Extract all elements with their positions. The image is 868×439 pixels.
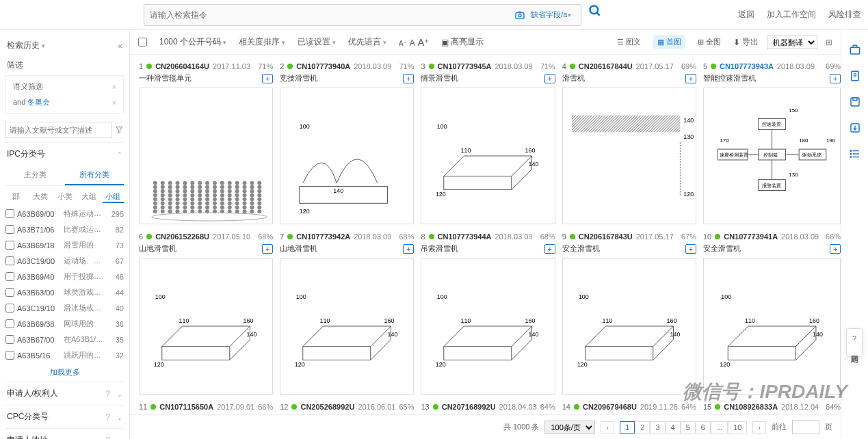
add-icon[interactable]: + — [544, 244, 555, 254]
chevron-up-icon[interactable]: ⌃ — [117, 151, 122, 158]
ipc-checkbox[interactable] — [5, 256, 14, 265]
camera-icon[interactable] — [514, 10, 525, 21]
add-icon[interactable]: + — [830, 244, 841, 254]
patent-thumbnail[interactable]: 100110140120160 — [421, 88, 555, 224]
highlight-toggle[interactable]: ▣ 高亮显示 — [441, 36, 484, 48]
patent-number[interactable]: CN206167843U — [579, 232, 633, 241]
search-icon[interactable] — [588, 4, 602, 18]
view-text[interactable]: ☰ 图文 — [613, 35, 645, 49]
save-icon[interactable] — [849, 96, 861, 108]
patent-number[interactable]: CN108926833A — [724, 403, 778, 411]
patent-thumbnail[interactable]: 100110140120160 — [139, 258, 273, 395]
ipc-item[interactable]: A63B69/00特殊运动用的...295 — [5, 206, 124, 222]
page-3[interactable]: 3 — [650, 421, 665, 434]
result-card[interactable]: 2CN107773940A2018.03.0971%竞技滑雪机+10014012… — [279, 60, 415, 225]
patent-number[interactable]: CN107773941A — [724, 232, 778, 241]
add-icon[interactable]: + — [403, 74, 414, 83]
ipc-item[interactable]: A63C19/10滑冰场或滚轮...40 — [5, 300, 124, 316]
result-card[interactable]: 4CN206167844U2017.05.1769%滑雪机+140130120 — [562, 60, 697, 225]
translate-select[interactable]: 机器翻译 — [767, 36, 817, 49]
result-card[interactable]: 6CN206152268U2017.05.1068%山地滑雪机+10011014… — [138, 230, 274, 395]
patent-thumbnail[interactable]: 控速装置速度检测装置控制箱驱动系统报警装置150180190170130 — [703, 88, 841, 224]
ipc-checkbox[interactable] — [5, 209, 14, 218]
settings-icon[interactable]: ⊞ — [826, 38, 832, 47]
load-more[interactable]: 加载更多 — [5, 363, 124, 382]
level-1[interactable]: 大类 — [29, 191, 51, 203]
result-card[interactable]: 12CN205268992U2016.06.0165%一种双板滑雪基础训练装置+ — [279, 401, 415, 414]
page-size-select[interactable]: 100条/页 — [544, 421, 595, 434]
page-...[interactable]: ... — [711, 421, 728, 434]
add-icon[interactable]: + — [262, 74, 273, 83]
ipc-section[interactable]: IPC分类号 — [7, 148, 45, 160]
patent-thumbnail[interactable]: 100110140120160 — [280, 258, 414, 395]
view-full[interactable]: ⊞ 全图 — [694, 35, 725, 49]
filter-section[interactable]: 申请人/权利人? ⌄ — [5, 382, 124, 405]
funnel-icon[interactable] — [115, 125, 124, 135]
ipc-checkbox[interactable] — [5, 335, 14, 344]
patent-number[interactable]: CN107115650A — [159, 403, 213, 411]
remove-tag-icon[interactable]: × — [112, 83, 116, 91]
document-icon[interactable] — [849, 70, 861, 82]
ipc-checkbox[interactable] — [5, 304, 14, 312]
result-card[interactable]: 9CN206167843U2017.05.1767%安全滑雪机+10011014… — [562, 230, 697, 395]
ipc-item[interactable]: A63B67/00在A63B1/00至...35 — [5, 332, 124, 347]
export-icon[interactable] — [849, 122, 861, 134]
ipc-checkbox[interactable] — [5, 351, 14, 360]
level-0[interactable]: 部 — [5, 191, 27, 203]
result-card[interactable]: 11CN107115650A2017.09.0166%一组新型极限运动设施+ — [138, 401, 274, 414]
search-input[interactable] — [150, 10, 515, 20]
filter-section[interactable]: 申请人地址? ⌄ — [5, 428, 124, 439]
ipc-item[interactable]: A63B63/00球类游戏的球...44 — [5, 284, 124, 300]
result-card[interactable]: 10CN107773941A2018.03.0966%安全滑雪机+1001101… — [702, 230, 841, 395]
add-icon[interactable]: + — [830, 74, 841, 83]
remove-tag-icon[interactable]: × — [112, 98, 116, 107]
patent-thumbnail[interactable]: 100140120 — [280, 88, 414, 224]
ipc-item[interactable]: A63B71/06比赛或运动员...82 — [5, 222, 124, 237]
page-1[interactable]: 1 — [620, 421, 635, 434]
result-card[interactable]: 5CN107773943A2018.03.0969%智能控速滑雪机+控速装置速度… — [702, 60, 841, 225]
collapse-icon[interactable]: « — [118, 41, 122, 51]
result-card[interactable]: 14CN209679468U2019.11.2664%滑板+ — [562, 401, 697, 414]
field-select[interactable]: 缺省字段/a ▾ — [531, 10, 570, 20]
add-icon[interactable]: + — [544, 74, 555, 83]
search-history[interactable]: 检索历史 ▾ — [7, 40, 45, 51]
select-all-checkbox[interactable] — [138, 38, 147, 46]
add-icon[interactable]: + — [262, 244, 273, 254]
ipc-checkbox[interactable] — [5, 241, 14, 250]
ipc-item[interactable]: A63B69/18滑雪用的73 — [5, 237, 124, 253]
patent-number[interactable]: CN207168992U — [442, 403, 496, 411]
link-back[interactable]: 返回 — [738, 9, 754, 21]
page-4[interactable]: 4 — [666, 421, 681, 434]
add-icon[interactable]: + — [685, 74, 696, 83]
add-icon[interactable]: + — [403, 244, 414, 254]
level-2[interactable]: 小类 — [54, 191, 75, 203]
ipc-checkbox[interactable] — [5, 225, 14, 234]
ipc-item[interactable]: A63B69/40用于投掷球的...46 — [5, 269, 124, 284]
patent-thumbnail[interactable]: 100110140120160 — [703, 258, 841, 395]
result-card[interactable]: 13CN207168992U2018.04.0364%一种自由式滑雪空中技巧夏训… — [420, 401, 555, 414]
patent-number[interactable]: CN205268992U — [300, 403, 354, 411]
link-risk[interactable]: 风险排查 — [828, 9, 861, 21]
view-thumb[interactable]: ▦ 首图 — [653, 35, 685, 49]
add-icon[interactable]: + — [685, 244, 696, 254]
patent-number[interactable]: CN107773944A — [438, 232, 492, 241]
filter-input[interactable] — [5, 122, 112, 138]
patent-number[interactable]: CN206152268U — [155, 232, 209, 241]
patent-number[interactable]: CN107773945A — [438, 62, 492, 70]
next-page[interactable]: › — [752, 421, 766, 434]
patent-number[interactable]: CN107773940A — [296, 62, 350, 70]
font-size-control[interactable]: A⁻AA⁺ — [399, 37, 429, 48]
list-icon[interactable] — [849, 148, 861, 160]
ipc-checkbox[interactable] — [5, 272, 14, 281]
patent-thumbnail[interactable]: 140130120 — [562, 88, 696, 224]
lang-pref[interactable]: 优先语言 ▾ — [348, 36, 386, 48]
briefcase-icon[interactable] — [849, 44, 861, 56]
ipc-item[interactable]: A63B5/16跳跃用的训练装...32 — [5, 347, 124, 363]
patent-number[interactable]: CN206604164U — [155, 62, 209, 70]
result-card[interactable]: 8CN107773944A2018.03.0968%吊索滑雪机+10011014… — [420, 230, 555, 395]
ipc-tab-all[interactable]: 所有分类 — [65, 165, 124, 185]
patent-thumbnail[interactable]: 100110140120160 — [421, 258, 555, 395]
page-10[interactable]: 10 — [728, 421, 747, 434]
result-card[interactable]: 1CN206604164U2017.11.0371%一种滑雪毯单元+ — [138, 60, 274, 225]
result-card[interactable]: 3CN107773945A2018.03.0971%情景滑雪机+10011014… — [420, 60, 555, 225]
